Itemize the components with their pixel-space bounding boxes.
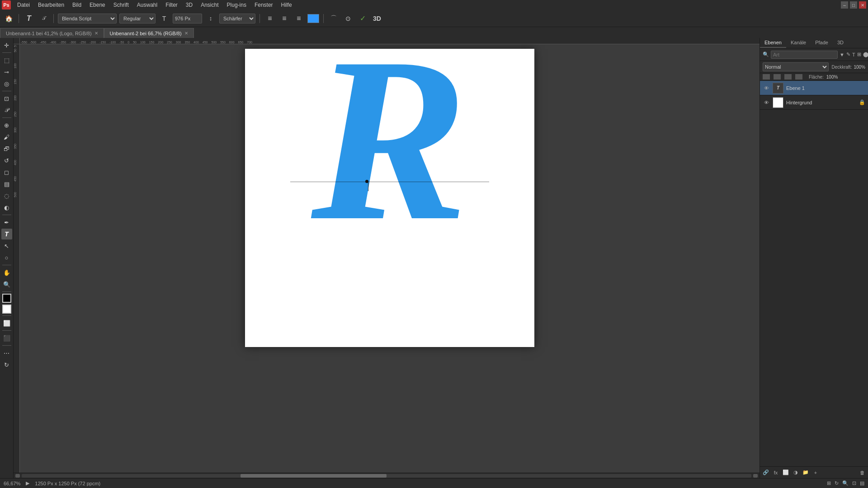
panel-tab-kanaele[interactable]: Kanäle [786, 38, 811, 48]
menu-bild[interactable]: Bild [69, 1, 85, 9]
layer-search-input[interactable] [771, 51, 838, 59]
status-icon3[interactable]: 🔍 [842, 480, 849, 486]
layer-lock-hintergrund: 🔒 [859, 99, 865, 105]
layer-mode-select[interactable]: Normal [763, 62, 829, 71]
eyedropper-tool[interactable]: 𝒫 [1, 105, 12, 116]
cancel-3d-icon[interactable]: 3D [371, 13, 383, 24]
background-color[interactable] [2, 305, 11, 314]
h-scroll-right[interactable] [753, 474, 758, 478]
tab2-close[interactable]: ✕ [184, 31, 188, 36]
tab-unbenannt1[interactable]: Unbenannt-1 bei 41,2% (Logo, RGB/8) ✕ [0, 28, 104, 38]
zoom-tool[interactable]: 🔍 [1, 279, 12, 290]
sharpening-select[interactable]: Schärfer [219, 14, 255, 23]
canvas-area[interactable]: R [20, 44, 760, 473]
status-icon1[interactable]: ⊞ [827, 480, 831, 486]
layer-eye-hintergrund[interactable]: 👁 [763, 99, 770, 106]
h-scrollbar[interactable] [14, 473, 760, 478]
gradient-tool[interactable]: ▤ [1, 178, 12, 189]
status-icon4[interactable]: ⊡ [852, 480, 856, 486]
font-size-input[interactable] [173, 14, 202, 23]
menu-plugins[interactable]: Plug-ins [223, 1, 250, 9]
menu-bearbeiten[interactable]: Bearbeiten [34, 1, 68, 9]
home-icon[interactable]: 🏠 [3, 13, 14, 24]
quick-mask-tool[interactable]: ⬜ [1, 318, 12, 328]
layer-eye-ebene1[interactable]: 👁 [763, 84, 770, 92]
history-brush-tool[interactable]: ↺ [1, 155, 12, 166]
art-icon [795, 74, 802, 80]
layer-filter-icon3[interactable]: T [852, 51, 855, 59]
status-icon5[interactable]: ▤ [860, 480, 864, 486]
add-group-icon[interactable]: 📁 [802, 469, 810, 477]
h-scroll-track[interactable] [22, 474, 751, 478]
text-tool-icon[interactable]: T [23, 13, 35, 24]
align-center-icon[interactable]: ≡ [278, 13, 290, 24]
eraser-tool[interactable]: ◻ [1, 167, 12, 178]
menu-filter[interactable]: Filter [162, 1, 181, 9]
h-scroll-left[interactable] [15, 474, 20, 478]
link-layers-icon[interactable]: 🔗 [762, 469, 770, 477]
text-tool[interactable]: T [1, 229, 12, 239]
font-style-select[interactable]: Regular [119, 14, 156, 23]
commit-icon[interactable]: ✓ [357, 13, 368, 24]
menu-auswahl[interactable]: Auswahl [133, 1, 161, 9]
brush-tool[interactable]: 🖌 [1, 131, 12, 142]
layer-filter-icon5[interactable]: ⬤ [863, 51, 868, 59]
add-mask-icon[interactable]: ⬜ [782, 469, 790, 477]
hand-tool[interactable]: ✋ [1, 267, 12, 278]
right-panel: Ebenen Kanäle Pfade 3D 🔍 ▼ ✎ T ⊞ ⬤ Norma… [760, 38, 868, 478]
text-options-icon[interactable]: 𝒯 [38, 13, 49, 24]
marquee-tool[interactable]: ⬚ [1, 55, 12, 66]
add-style-icon[interactable]: fx [772, 469, 780, 477]
clone-tool[interactable]: 🗗 [1, 143, 12, 154]
warp-text-icon[interactable]: ⌒ [328, 13, 340, 24]
menu-hilfe[interactable]: Hilfe [278, 1, 296, 9]
sep2 [53, 14, 54, 23]
quick-select-tool[interactable]: ◎ [1, 78, 12, 89]
layer-item-hintergrund[interactable]: 👁 Hintergrund 🔒 [760, 95, 868, 110]
shape-tool[interactable]: ○ [1, 252, 12, 263]
menu-fenster[interactable]: Fenster [251, 1, 277, 9]
layer-filter-icon2[interactable]: ✎ [846, 51, 850, 59]
pen-tool[interactable]: ✒ [1, 217, 12, 228]
delete-layer-icon[interactable]: 🗑 [858, 469, 866, 477]
menu-ansicht[interactable]: Ansicht [197, 1, 222, 9]
tab1-close[interactable]: ✕ [94, 31, 98, 36]
app-home-icon[interactable]: Ps [2, 0, 11, 9]
panel-tab-ebenen[interactable]: Ebenen [760, 38, 786, 48]
layer-filter-icon1[interactable]: ▼ [840, 51, 844, 59]
font-family-select[interactable]: Blenda Script [58, 14, 117, 23]
align-right-icon[interactable]: ≡ [293, 13, 305, 24]
layer-filter-icon4[interactable]: ⊞ [857, 51, 861, 59]
layer-item-ebene1[interactable]: 👁 T Ebene 1 [760, 81, 868, 95]
move-tool[interactable]: ✛ [1, 40, 12, 51]
foreground-color[interactable] [2, 294, 11, 303]
path-select-tool[interactable]: ↖ [1, 240, 12, 251]
add-layer-icon[interactable]: + [811, 469, 820, 477]
screen-mode-tool[interactable]: ⬛ [1, 333, 12, 343]
panel-tab-pfade[interactable]: Pfade [811, 38, 833, 48]
add-adjustment-icon[interactable]: ◑ [792, 469, 800, 477]
text-color-swatch[interactable] [307, 14, 319, 23]
lasso-tool[interactable]: ⊸ [1, 66, 12, 77]
layer-name-ebene1: Ebene 1 [786, 85, 865, 91]
h-scroll-thumb[interactable] [241, 474, 387, 478]
close-button[interactable]: ✕ [859, 1, 866, 9]
menu-datei[interactable]: Datei [14, 1, 33, 9]
status-icon2[interactable]: ↻ [835, 480, 839, 486]
crop-tool[interactable]: ⊡ [1, 93, 12, 104]
menu-ebene[interactable]: Ebene [86, 1, 109, 9]
menu-schrift[interactable]: Schrift [110, 1, 132, 9]
blur-tool[interactable]: ◌ [1, 190, 12, 201]
extras-tool[interactable]: ⋯ [1, 347, 12, 358]
rotate-view-tool[interactable]: ↻ [1, 359, 12, 370]
tab-unbenannt2[interactable]: Unbenannt-2 bei 66,7% (RGB/8) ✕ [104, 28, 194, 38]
minimize-button[interactable]: – [841, 1, 848, 9]
panel-tab-3d[interactable]: 3D [833, 38, 848, 48]
align-left-icon[interactable]: ≡ [264, 13, 276, 24]
dodge-tool[interactable]: ◐ [1, 202, 12, 213]
healing-tool[interactable]: ⊕ [1, 120, 12, 131]
character-panel-icon[interactable]: ⊙ [342, 13, 354, 24]
tool-sep9 [2, 345, 11, 346]
menu-3d[interactable]: 3D [182, 1, 196, 9]
maximize-button[interactable]: □ [850, 1, 857, 9]
